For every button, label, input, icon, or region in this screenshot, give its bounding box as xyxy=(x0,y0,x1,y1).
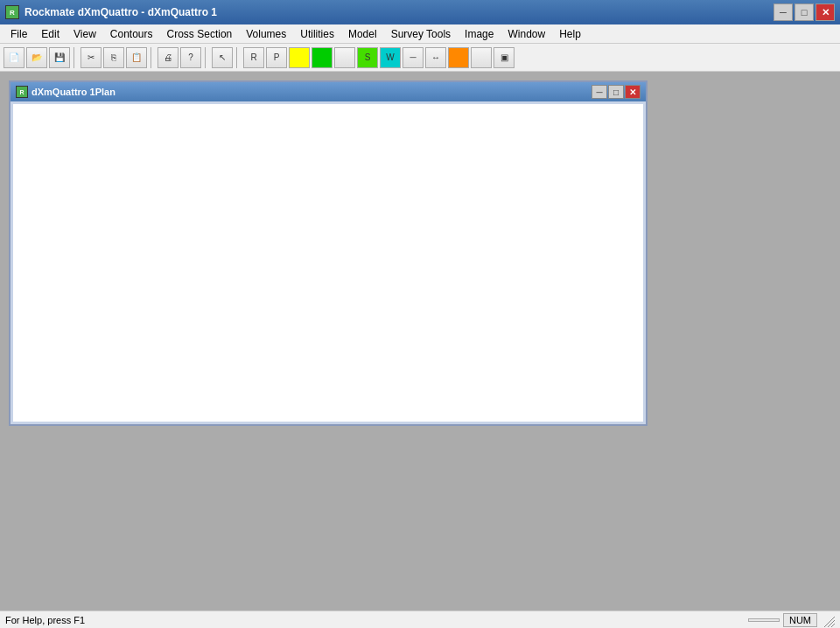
inner-window-icon: R xyxy=(16,86,28,98)
toolbar-btn-new[interactable]: 📄 xyxy=(4,47,24,68)
toolbar-btn-redraw[interactable]: R xyxy=(243,47,264,68)
menu-item-model[interactable]: Model xyxy=(341,24,384,44)
toolbar-btn-cut[interactable]: ✂ xyxy=(80,47,102,68)
app-icon: R xyxy=(5,5,19,19)
status-right-area: NUM xyxy=(748,613,835,627)
minimize-button[interactable]: ─ xyxy=(774,3,793,21)
toolbar-btn-yellow1[interactable] xyxy=(289,47,310,68)
main-area: R dXmQuattro 1Plan ─ □ ✕ xyxy=(0,72,840,611)
toolbar-btn-save[interactable]: 💾 xyxy=(49,47,70,68)
toolbar-btn-box[interactable]: ▣ xyxy=(494,47,514,68)
canvas-area xyxy=(13,104,643,422)
menu-item-utilities[interactable]: Utilities xyxy=(293,24,341,44)
inner-window: R dXmQuattro 1Plan ─ □ ✕ xyxy=(9,80,648,426)
toolbar-btn-arrow[interactable]: ↔ xyxy=(425,47,446,68)
toolbar-btn-orange1[interactable] xyxy=(448,47,469,68)
toolbar-btn-help[interactable]: ? xyxy=(180,47,201,68)
maximize-button[interactable]: □ xyxy=(794,3,814,21)
menu-item-window[interactable]: Window xyxy=(500,24,552,44)
svg-line-2 xyxy=(831,624,835,627)
app-title: Rockmate dXmQuattro - dXmQuattro 1 xyxy=(24,6,774,18)
menu-item-view[interactable]: View xyxy=(66,24,103,44)
status-help-text: For Help, press F1 xyxy=(5,615,748,625)
toolbar-separator xyxy=(205,47,208,68)
toolbar-btn-copy[interactable]: ⎘ xyxy=(103,47,124,68)
inner-close-button[interactable]: ✕ xyxy=(625,85,640,99)
toolbar-btn-green1[interactable] xyxy=(312,47,332,68)
menu-item-contours[interactable]: Contours xyxy=(103,24,160,44)
toolbar-btn-pen[interactable]: P xyxy=(266,47,287,68)
inner-window-controls: ─ □ ✕ xyxy=(592,85,640,99)
toolbar-btn-green2[interactable]: S xyxy=(357,47,378,68)
menu-item-survey_tools[interactable]: Survey Tools xyxy=(384,24,458,44)
menu-bar: FileEditViewContoursCross SectionVolumes… xyxy=(0,24,840,44)
menu-item-file[interactable]: File xyxy=(4,24,34,44)
menu-item-image[interactable]: Image xyxy=(458,24,500,44)
svg-line-1 xyxy=(828,620,835,627)
title-bar: R Rockmate dXmQuattro - dXmQuattro 1 ─ □… xyxy=(0,0,840,24)
resize-handle[interactable] xyxy=(821,613,835,627)
toolbar-separator xyxy=(74,47,77,68)
inner-maximize-button[interactable]: □ xyxy=(608,85,624,99)
status-bar: For Help, press F1 NUM xyxy=(0,611,840,628)
toolbar-separator xyxy=(236,47,240,68)
inner-minimize-button[interactable]: ─ xyxy=(592,85,607,99)
status-indicator xyxy=(748,618,780,622)
inner-title-bar: R dXmQuattro 1Plan ─ □ ✕ xyxy=(10,82,646,101)
status-num-lock: NUM xyxy=(783,613,817,627)
toolbar-btn-open[interactable]: 📂 xyxy=(26,47,47,68)
toolbar-btn-paste[interactable]: 📋 xyxy=(126,47,147,68)
inner-window-title: dXmQuattro 1Plan xyxy=(32,87,592,97)
toolbar-separator xyxy=(150,47,154,68)
menu-item-edit[interactable]: Edit xyxy=(34,24,66,44)
toolbar-btn-pointer[interactable]: ↖ xyxy=(212,47,233,68)
close-button[interactable]: ✕ xyxy=(816,3,835,21)
toolbar-btn-w_btn[interactable]: W xyxy=(380,47,401,68)
toolbar-btn-print[interactable]: 🖨 xyxy=(158,47,178,68)
toolbar-btn-dash[interactable]: ─ xyxy=(402,47,424,68)
menu-item-help[interactable]: Help xyxy=(552,24,588,44)
menu-item-volumes[interactable]: Volumes xyxy=(239,24,293,44)
toolbar-btn-gray1[interactable] xyxy=(334,47,355,68)
toolbar: 📄📂💾✂⎘📋🖨?↖RPSW─↔▣ xyxy=(0,44,840,72)
menu-item-cross_section[interactable]: Cross Section xyxy=(160,24,240,44)
window-controls: ─ □ ✕ xyxy=(774,3,835,21)
toolbar-btn-gray2[interactable] xyxy=(471,47,492,68)
